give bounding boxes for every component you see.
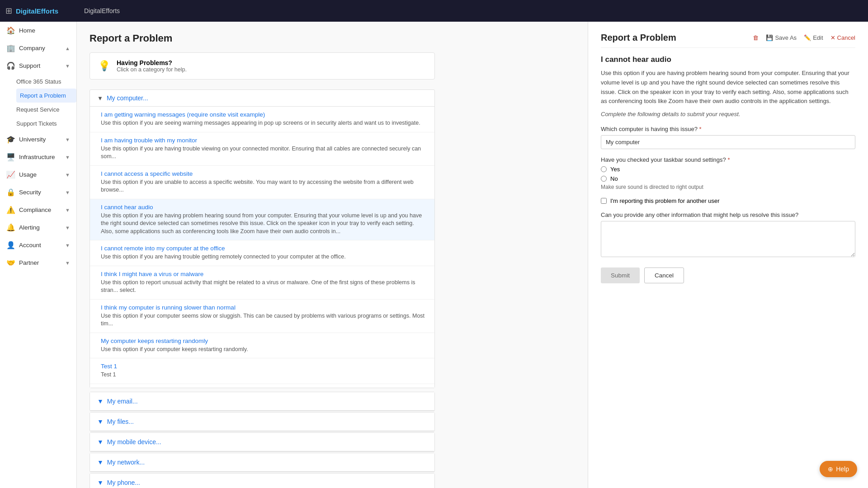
problem-link-test1[interactable]: Test 1 bbox=[101, 363, 427, 370]
banner-title: Having Problems? bbox=[117, 59, 187, 66]
sidebar-item-home[interactable]: 🏠 Home bbox=[0, 22, 76, 39]
list-item: I am getting warning messages (require o… bbox=[90, 107, 434, 132]
chevron-down-icon-5: ▼ bbox=[65, 190, 70, 195]
problem-link-slow[interactable]: I think my computer is running slower th… bbox=[101, 304, 427, 311]
sidebar-item-partner[interactable]: 🤝 Partner ▼ bbox=[0, 254, 76, 272]
chevron-right-icon-3: ▼ bbox=[97, 438, 104, 446]
company-icon: 🏢 bbox=[6, 44, 15, 52]
sound-note: Make sure sound is directed to right out… bbox=[601, 184, 855, 190]
problem-desc-test1: Test 1 bbox=[101, 371, 427, 379]
chevron-down-icon: ▲ bbox=[65, 46, 70, 51]
sidebar-item-account[interactable]: 👤 Account ▼ bbox=[0, 236, 76, 254]
topbar: ⊞ DigitalEfforts DigitalEfforts bbox=[0, 0, 868, 22]
radio-yes[interactable]: Yes bbox=[601, 166, 855, 173]
sidebar-item-tickets[interactable]: Support Tickets bbox=[16, 117, 76, 131]
sidebar-label-report: Report a Problem bbox=[20, 92, 66, 99]
save-as-button[interactable]: 💾 Save As bbox=[766, 34, 797, 41]
radio-no-input[interactable] bbox=[601, 176, 607, 182]
category-my-email[interactable]: ▼ My email... bbox=[90, 392, 434, 411]
chevron-up-icon: ▼ bbox=[65, 63, 70, 69]
problem-link-audio[interactable]: I cannot hear audio bbox=[101, 204, 427, 211]
usage-icon: 📈 bbox=[6, 170, 15, 179]
category-label-my-files: My files... bbox=[107, 418, 134, 425]
sidebar-item-request-service[interactable]: Request Service bbox=[16, 103, 76, 117]
problem-link-restarting[interactable]: My computer keeps restarting randomly bbox=[101, 338, 427, 344]
panel-title: Report a Problem bbox=[601, 33, 676, 43]
sidebar-item-report-problem[interactable]: Report a Problem bbox=[16, 89, 76, 103]
sidebar: 🏠 Home 🏢 Company ▲ 🎧 Support ▼ Office 36… bbox=[0, 22, 77, 488]
sidebar-label-tickets: Support Tickets bbox=[16, 120, 57, 127]
sidebar-item-usage[interactable]: 📈 Usage ▼ bbox=[0, 166, 76, 183]
list-item: I think my computer is running slower th… bbox=[90, 300, 434, 333]
chevron-right-icon-2: ▼ bbox=[97, 418, 104, 425]
problem-title: I cannot hear audio bbox=[601, 55, 855, 64]
problem-link-warning[interactable]: I am getting warning messages (require o… bbox=[101, 111, 427, 118]
sidebar-label-request: Request Service bbox=[16, 106, 59, 113]
category-label-my-network: My network... bbox=[107, 459, 145, 466]
chevron-down-icon-6: ▼ bbox=[65, 207, 70, 213]
home-icon: 🏠 bbox=[6, 26, 15, 35]
sound-label: Have you checked your taskbar sound sett… bbox=[601, 156, 855, 163]
category-my-network[interactable]: ▼ My network... bbox=[90, 453, 434, 472]
radio-yes-input[interactable] bbox=[601, 166, 607, 172]
problem-link-website[interactable]: I cannot access a specific website bbox=[101, 170, 427, 177]
sidebar-item-support[interactable]: 🎧 Support ▼ bbox=[0, 57, 76, 75]
problem-desc-audio: Use this option if you are having proble… bbox=[101, 212, 427, 236]
radio-no[interactable]: No bbox=[601, 175, 855, 182]
sidebar-item-company[interactable]: 🏢 Company ▲ bbox=[0, 39, 76, 57]
chevron-down-icon-9: ▼ bbox=[65, 260, 70, 266]
category-label-my-mobile: My mobile device... bbox=[107, 438, 161, 446]
another-user-checkbox[interactable] bbox=[601, 198, 607, 204]
category-my-phone[interactable]: ▼ My phone... bbox=[90, 474, 434, 488]
problem-desc-remote: Use this option if you are having troubl… bbox=[101, 253, 427, 261]
alerting-icon: 🔔 bbox=[6, 223, 15, 232]
problem-link-monitor[interactable]: I am having trouble with my monitor bbox=[101, 137, 427, 144]
university-icon: 🎓 bbox=[6, 135, 15, 144]
sidebar-item-alerting[interactable]: 🔔 Alerting ▼ bbox=[0, 219, 76, 236]
category-my-mobile[interactable]: ▼ My mobile device... bbox=[90, 433, 434, 451]
cancel-panel-button[interactable]: ✕ Cancel bbox=[830, 34, 855, 41]
edit-icon: ✏️ bbox=[804, 34, 811, 41]
right-panel: Report a Problem 🗑 💾 Save As ✏️ Edit ✕ C… bbox=[588, 22, 868, 488]
delete-button[interactable]: 🗑 bbox=[753, 34, 759, 41]
sidebar-label-usage: Usage bbox=[19, 171, 37, 178]
banner-subtitle: Click on a category for help. bbox=[117, 66, 187, 73]
sidebar-label-account: Account bbox=[19, 242, 41, 249]
sidebar-label-partner: Partner bbox=[19, 259, 39, 266]
problem-desc-website: Use this option if you are unable to acc… bbox=[101, 178, 427, 194]
sidebar-label-university: University bbox=[19, 136, 46, 143]
sound-radio-group: Yes No bbox=[601, 166, 855, 182]
problem-link-virus[interactable]: I think I might have a virus or malware bbox=[101, 271, 427, 277]
cancel-button[interactable]: Cancel bbox=[644, 267, 684, 283]
support-icon: 🎧 bbox=[6, 61, 15, 70]
chevron-right-icon-4: ▼ bbox=[97, 459, 104, 466]
help-fab-button[interactable]: ⊕ Help bbox=[820, 461, 857, 477]
logo-area: ⊞ DigitalEfforts bbox=[0, 6, 77, 16]
category-my-files[interactable]: ▼ My files... bbox=[90, 413, 434, 431]
list-item: I think I might have a virus or malware … bbox=[90, 266, 434, 300]
account-icon: 👤 bbox=[6, 241, 15, 249]
chevron-down-icon-3: ▼ bbox=[65, 155, 70, 160]
another-user-group: I'm reporting this problem for another u… bbox=[601, 197, 855, 204]
logo-text: DigitalEfforts bbox=[16, 7, 58, 15]
category-label-my-phone: My phone... bbox=[107, 479, 140, 486]
compliance-icon: ⚠️ bbox=[6, 206, 15, 214]
category-my-computer[interactable]: ▼ My computer... bbox=[90, 90, 434, 107]
sidebar-item-infrastructure[interactable]: 🖥️ Infrastructure ▼ bbox=[0, 148, 76, 166]
computer-input[interactable] bbox=[601, 135, 855, 149]
sidebar-item-security[interactable]: 🔒 Security ▼ bbox=[0, 183, 76, 201]
sidebar-item-university[interactable]: 🎓 University ▼ bbox=[0, 131, 76, 148]
problem-link-remote[interactable]: I cannot remote into my computer at the … bbox=[101, 245, 427, 252]
additional-textarea[interactable] bbox=[601, 221, 855, 257]
sidebar-label-infrastructure: Infrastructure bbox=[19, 154, 55, 160]
additional-info-group: Can you provide any other information th… bbox=[601, 211, 855, 258]
edit-button[interactable]: ✏️ Edit bbox=[804, 34, 823, 41]
submit-button[interactable]: Submit bbox=[601, 267, 640, 283]
problem-description: Use this option if you are having proble… bbox=[601, 69, 855, 106]
problem-desc-restarting: Use this option if your computer keeps r… bbox=[101, 346, 427, 354]
sidebar-item-compliance[interactable]: ⚠️ Compliance ▼ bbox=[0, 201, 76, 219]
sidebar-item-office365[interactable]: Office 365 Status bbox=[16, 75, 76, 89]
delete-icon: 🗑 bbox=[753, 34, 759, 41]
chevron-down-icon-8: ▼ bbox=[65, 243, 70, 248]
another-user-checkbox-label[interactable]: I'm reporting this problem for another u… bbox=[601, 197, 855, 204]
